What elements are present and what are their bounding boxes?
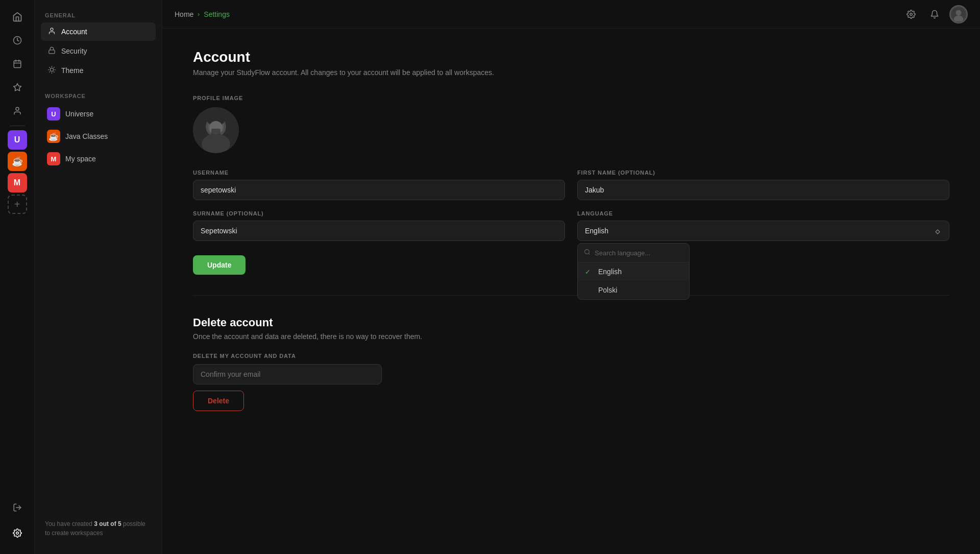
breadcrumb-current: Settings: [204, 10, 230, 18]
profile-image-section: PROFILE IMAGE: [193, 95, 949, 153]
language-dropdown: ✓ English Polski: [577, 243, 690, 300]
delete-section-title: Delete account: [193, 316, 949, 329]
icon-bar-top: U ☕ M +: [7, 6, 28, 495]
confirm-email-input[interactable]: [193, 364, 382, 384]
calendar-icon-btn[interactable]: [7, 53, 28, 75]
language-group: LANGUAGE English ✓ English: [577, 210, 949, 241]
svg-line-14: [49, 67, 50, 68]
workspace-item-java[interactable]: ☕ Java Classes: [41, 126, 156, 147]
sidebar-footer: You have created 3 out of 5 possible to …: [41, 511, 156, 542]
add-workspace-btn[interactable]: +: [8, 195, 27, 214]
page-subtitle: Manage your StudyFlow account. All chang…: [193, 68, 949, 77]
svg-point-20: [910, 13, 913, 15]
firstname-input[interactable]: [577, 180, 949, 200]
security-icon: [47, 46, 56, 56]
language-option-polski[interactable]: Polski: [578, 281, 689, 299]
breadcrumb: Home › Settings: [175, 10, 898, 18]
update-button[interactable]: Update: [193, 255, 246, 275]
language-search-input[interactable]: [595, 249, 683, 257]
sidebar: GENERAL Account Security Theme WORKSPACE…: [35, 0, 162, 554]
language-selected-value: English: [585, 227, 608, 235]
home-icon-btn[interactable]: [7, 6, 28, 28]
settings-icon-btn[interactable]: [7, 522, 28, 544]
page-title: Account: [193, 49, 949, 65]
sidebar-theme-label: Theme: [61, 66, 84, 75]
svg-marker-5: [13, 84, 21, 91]
svg-rect-10: [48, 50, 54, 54]
universe-workspace-icon[interactable]: U: [8, 130, 27, 150]
delete-button[interactable]: Delete: [193, 391, 244, 411]
clock-icon-btn[interactable]: [7, 30, 28, 51]
workspace-item-universe[interactable]: U Universe: [41, 103, 156, 125]
username-input[interactable]: [193, 180, 565, 200]
delete-label: DELETE MY ACCOUNT AND DATA: [193, 353, 949, 359]
footer-bold: 3 out of 5: [94, 520, 121, 527]
workspace-section: WORKSPACE U Universe ☕ Java Classes M My…: [41, 93, 156, 171]
surname-label: SURNAME (OPTIONAL): [193, 210, 565, 216]
sidebar-security-label: Security: [61, 47, 87, 55]
sidebar-item-theme[interactable]: Theme: [41, 61, 156, 80]
logout-icon-btn[interactable]: [7, 497, 28, 518]
breadcrumb-home[interactable]: Home: [175, 10, 193, 18]
topbar: Home › Settings: [162, 0, 980, 29]
surname-group: SURNAME (OPTIONAL): [193, 210, 565, 241]
svg-point-11: [50, 68, 53, 71]
language-option-english-label: English: [598, 268, 622, 276]
breadcrumb-chevron-icon: ›: [198, 11, 200, 18]
checkmark-icon: ✓: [585, 268, 593, 276]
delete-account-section: Delete account Once the account and data…: [193, 316, 949, 411]
workspace-java-label: Java Classes: [65, 132, 108, 140]
java-workspace-icon[interactable]: ☕: [8, 152, 27, 171]
settings-top-icon-btn[interactable]: [902, 6, 920, 23]
workspace-section-label: WORKSPACE: [41, 93, 156, 99]
general-section-label: GENERAL: [41, 12, 156, 18]
form-row-2: SURNAME (OPTIONAL) LANGUAGE English: [193, 210, 949, 241]
svg-rect-1: [14, 61, 21, 68]
section-divider: [193, 295, 949, 296]
svg-point-31: [585, 250, 590, 254]
language-option-polski-label: Polski: [598, 286, 617, 294]
language-label: LANGUAGE: [577, 210, 949, 216]
sidebar-item-account[interactable]: Account: [41, 22, 156, 41]
svg-line-19: [54, 67, 54, 68]
profile-avatar[interactable]: [193, 107, 239, 153]
icon-bar: U ☕ M +: [0, 0, 35, 554]
workspace-myspace-label: My space: [65, 155, 96, 163]
search-icon: [584, 249, 591, 257]
language-select-btn[interactable]: English: [577, 221, 949, 241]
star-icon-btn[interactable]: [7, 77, 28, 98]
java-dot: ☕: [47, 130, 60, 143]
footer-text1: You have created: [45, 520, 94, 527]
svg-line-18: [49, 71, 50, 72]
svg-rect-30: [211, 129, 220, 135]
language-option-english[interactable]: ✓ English: [578, 262, 689, 281]
svg-point-9: [51, 28, 53, 31]
profile-avatar-svg: [193, 107, 239, 153]
icon-bar-bottom: [7, 497, 28, 548]
topbar-actions: [902, 5, 968, 23]
svg-point-22: [956, 10, 962, 15]
user-icon-btn[interactable]: [7, 100, 28, 122]
chevron-updown-icon: [934, 227, 942, 235]
profile-image-label: PROFILE IMAGE: [193, 95, 949, 101]
workspace-universe-label: Universe: [65, 110, 93, 118]
myspace-workspace-icon[interactable]: M: [8, 173, 27, 192]
delete-section-subtitle: Once the account and data are deleted, t…: [193, 332, 949, 341]
universe-dot: U: [47, 107, 60, 121]
sidebar-item-security[interactable]: Security: [41, 42, 156, 60]
content-area: Account Manage your StudyFlow account. A…: [162, 29, 980, 554]
icon-divider: [10, 126, 25, 126]
svg-line-32: [589, 253, 590, 254]
workspace-item-myspace[interactable]: M My space: [41, 148, 156, 170]
theme-icon: [47, 66, 56, 75]
main-area: Home › Settings Account Manage your Stud…: [162, 0, 980, 554]
svg-point-6: [16, 107, 19, 110]
user-avatar-btn[interactable]: [949, 5, 968, 23]
firstname-label: FIRST NAME (OPTIONAL): [577, 170, 949, 176]
username-group: USERNAME: [193, 170, 565, 200]
myspace-dot: M: [47, 152, 60, 165]
bell-icon-btn[interactable]: [926, 6, 943, 23]
username-label: USERNAME: [193, 170, 565, 176]
avatar-image: [951, 7, 966, 21]
surname-input[interactable]: [193, 221, 565, 241]
